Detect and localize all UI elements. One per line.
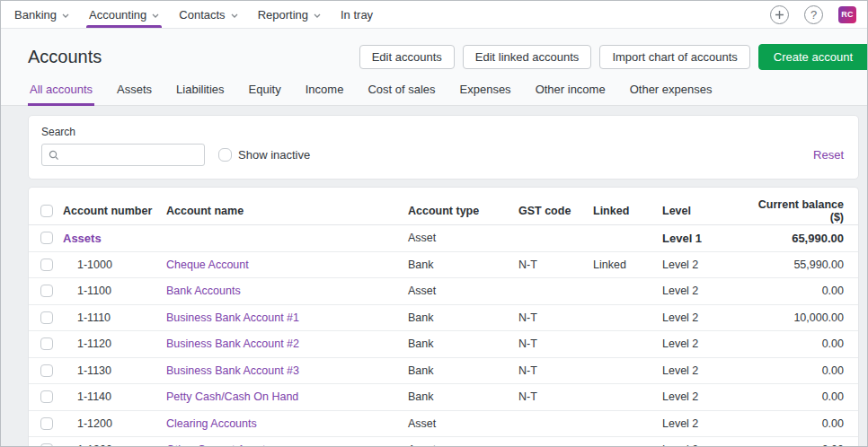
tab-liabilities[interactable]: Liabilities — [174, 79, 226, 106]
nav-item-label: Contacts — [179, 8, 225, 22]
row-checkbox[interactable] — [40, 364, 53, 377]
table-header-row: Account number Account name Account type… — [29, 197, 858, 225]
nav-item-in-tray[interactable]: In tray — [331, 1, 383, 28]
row-checkbox[interactable] — [40, 443, 53, 446]
chevron-down-icon — [314, 13, 321, 18]
show-inactive-label: Show inactive — [238, 148, 310, 162]
level-cell: Level 2 — [662, 285, 744, 297]
account-name-link[interactable]: Petty Cash/Cash On Hand — [166, 390, 298, 403]
nav-item-label: In tray — [341, 8, 373, 22]
col-account-type: Account type — [408, 205, 518, 217]
account-type-cell: Bank — [408, 311, 518, 324]
account-name-link[interactable]: Bank Accounts — [166, 285, 241, 297]
account-type-cell: Asset — [408, 232, 518, 244]
row-checkbox[interactable] — [40, 232, 53, 244]
nav-item-label: Banking — [14, 8, 57, 22]
table-row: 1-1000Cheque AccountBankN-TLinkedLevel 2… — [29, 252, 858, 279]
table-row: 1-1200Clearing AccountsAssetLevel 20.00 — [29, 411, 858, 438]
level-cell: Level 2 — [662, 443, 744, 446]
filter-card: Search Show inactive Reset — [28, 115, 859, 180]
tab-assets[interactable]: Assets — [115, 79, 154, 106]
edit-accounts-button[interactable]: Edit accounts — [359, 45, 455, 69]
nav-item-accounting[interactable]: Accounting — [79, 1, 169, 28]
account-name-link[interactable]: Other Current Assets — [166, 443, 271, 446]
search-input-wrapper — [41, 144, 205, 166]
col-gst-code: GST code — [518, 205, 593, 217]
import-chart-of-accounts-button[interactable]: Import chart of accounts — [599, 45, 749, 69]
account-type-tabs: All accountsAssetsLiabilitiesEquityIncom… — [1, 79, 867, 106]
table-row: 1-1120Business Bank Account #2BankN-TLev… — [29, 331, 858, 358]
account-group-link[interactable]: Assets — [63, 232, 102, 245]
col-level: Level — [662, 205, 744, 217]
show-inactive-toggle[interactable]: Show inactive — [218, 148, 310, 162]
account-number-cell: 1-1130 — [63, 364, 166, 377]
account-name-cell: Clearing Accounts — [166, 417, 408, 430]
row-checkbox[interactable] — [40, 311, 53, 324]
account-name-link[interactable]: Clearing Accounts — [166, 417, 257, 430]
search-input[interactable] — [65, 149, 198, 162]
nav-item-reporting[interactable]: Reporting — [248, 1, 331, 28]
table-body: AssetsAssetLevel 165,990.001-1000Cheque … — [29, 225, 858, 446]
account-number-cell: 1-1110 — [63, 311, 166, 324]
current-balance-cell: 0.00 — [744, 364, 858, 377]
help-icon[interactable]: ? — [804, 5, 823, 24]
page-header: Accounts Edit accountsEdit linked accoun… — [1, 29, 867, 106]
account-type-cell: Bank — [408, 259, 518, 271]
level-cell: Level 2 — [662, 259, 744, 271]
current-balance-cell: 0.00 — [744, 390, 858, 403]
reset-link[interactable]: Reset — [813, 148, 846, 162]
tab-other-expenses[interactable]: Other expenses — [628, 79, 714, 106]
row-checkbox[interactable] — [40, 259, 53, 271]
tab-equity[interactable]: Equity — [247, 79, 283, 106]
level-cell: Level 2 — [662, 364, 744, 377]
top-nav-right: ? RC — [770, 1, 867, 28]
current-balance-cell: 0.00 — [744, 285, 858, 297]
user-avatar[interactable]: RC — [838, 6, 856, 23]
account-type-cell: Bank — [408, 337, 518, 350]
col-current-balance: Current balance ($) — [744, 198, 858, 224]
row-checkbox[interactable] — [40, 390, 53, 403]
tab-income[interactable]: Income — [304, 79, 346, 106]
account-type-cell: Bank — [408, 364, 518, 377]
table-row: AssetsAssetLevel 165,990.00 — [29, 225, 858, 252]
account-name-cell: Business Bank Account #3 — [166, 364, 408, 377]
nav-item-contacts[interactable]: Contacts — [169, 1, 247, 28]
account-name-link[interactable]: Business Bank Account #2 — [166, 337, 299, 350]
primary-nav-items: BankingAccountingContactsReportingIn tra… — [4, 1, 383, 28]
edit-linked-accounts-button[interactable]: Edit linked accounts — [463, 45, 592, 69]
nav-item-banking[interactable]: Banking — [4, 1, 79, 28]
row-checkbox[interactable] — [40, 337, 53, 350]
current-balance-cell: 55,990.00 — [744, 259, 858, 271]
account-number-cell: 1-1140 — [63, 390, 166, 403]
account-name-cell: Petty Cash/Cash On Hand — [166, 390, 408, 403]
row-checkbox[interactable] — [40, 417, 53, 430]
account-number-cell: 1-1120 — [63, 337, 166, 350]
tab-other-income[interactable]: Other income — [534, 79, 607, 106]
tab-cost-of-sales[interactable]: Cost of sales — [366, 79, 437, 106]
page-body: Search Show inactive Reset Account numbe… — [1, 106, 867, 446]
account-type-cell: Asset — [408, 285, 518, 297]
show-inactive-checkbox[interactable] — [218, 148, 232, 162]
row-checkbox[interactable] — [40, 285, 53, 297]
account-name-link[interactable]: Business Bank Account #1 — [166, 311, 299, 324]
account-name-cell: Business Bank Account #2 — [166, 337, 408, 350]
account-name-cell: Bank Accounts — [166, 285, 408, 297]
chevron-down-icon — [231, 13, 238, 18]
col-account-name: Account name — [166, 205, 408, 217]
current-balance-cell: 0.00 — [744, 337, 858, 350]
account-name-link[interactable]: Business Bank Account #3 — [166, 364, 299, 377]
account-name-link[interactable]: Cheque Account — [166, 259, 249, 271]
current-balance-cell: 65,990.00 — [744, 232, 858, 245]
col-linked: Linked — [593, 205, 662, 217]
gst-code-cell: N-T — [518, 337, 593, 350]
create-account-button[interactable]: Create account — [758, 44, 868, 70]
nav-item-label: Accounting — [89, 8, 146, 22]
add-icon[interactable] — [770, 5, 789, 24]
gst-code-cell: N-T — [518, 364, 593, 377]
select-all-checkbox[interactable] — [40, 205, 53, 217]
chevron-down-icon — [152, 13, 159, 18]
page-title: Accounts — [28, 47, 102, 67]
account-name-cell: Other Current Assets — [166, 443, 408, 446]
tab-all-accounts[interactable]: All accounts — [28, 79, 94, 106]
tab-expenses[interactable]: Expenses — [458, 79, 513, 106]
